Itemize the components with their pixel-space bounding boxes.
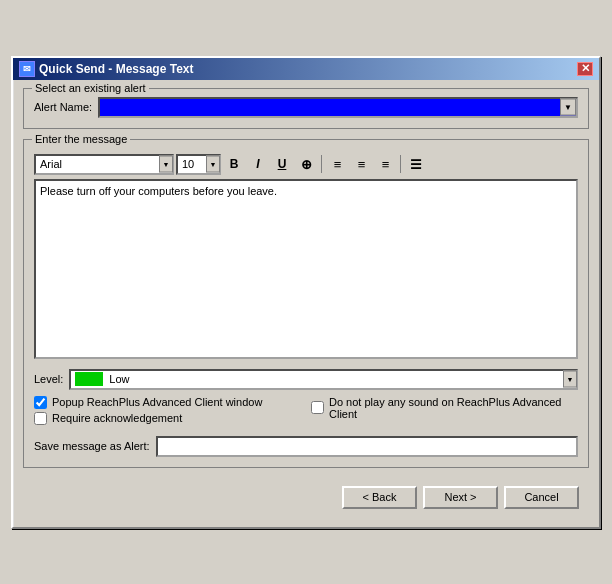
window-body: Select an existing alert Alert Name: ▼ E… [13, 80, 599, 527]
require-ack-label: Require acknowledgement [52, 412, 182, 424]
alert-name-select-wrapper: ▼ [98, 97, 578, 118]
save-alert-input[interactable] [156, 436, 578, 457]
color-button[interactable]: ⊕ [295, 154, 317, 175]
italic-button[interactable]: I [247, 154, 269, 175]
message-group: Enter the message Arial ▼ 10 ▼ [23, 139, 589, 468]
window-title: Quick Send - Message Text [39, 62, 194, 76]
message-toolbar: Arial ▼ 10 ▼ B I U ⊕ [34, 154, 578, 175]
no-sound-label: Do not play any sound on ReachPlus Advan… [329, 396, 578, 420]
message-textarea[interactable]: Please turn off your computers before yo… [34, 179, 578, 359]
next-button[interactable]: Next > [423, 486, 498, 509]
align-left-button[interactable]: ≡ [326, 154, 348, 175]
save-alert-label: Save message as Alert: [34, 440, 150, 452]
list-button[interactable]: ☰ [405, 154, 427, 175]
level-row: Level: Low ▼ [34, 369, 578, 390]
window-icon: ✉ [19, 61, 35, 77]
main-window: ✉ Quick Send - Message Text ✕ Select an … [11, 56, 601, 529]
existing-alert-group: Select an existing alert Alert Name: ▼ [23, 88, 589, 129]
size-select[interactable]: 10 [176, 154, 221, 175]
cancel-button[interactable]: Cancel [504, 486, 579, 509]
align-right-button[interactable]: ≡ [374, 154, 396, 175]
popup-checkbox-label: Popup ReachPlus Advanced Client window [52, 396, 262, 408]
require-ack-checkbox[interactable] [34, 412, 47, 425]
level-select-wrapper: Low ▼ [69, 369, 578, 390]
close-button[interactable]: ✕ [577, 62, 593, 76]
save-alert-row: Save message as Alert: [34, 436, 578, 457]
existing-alert-legend: Select an existing alert [32, 82, 149, 94]
underline-button[interactable]: U [271, 154, 293, 175]
titlebar: ✉ Quick Send - Message Text ✕ [13, 58, 599, 80]
checkboxes-section: Popup ReachPlus Advanced Client window R… [34, 396, 578, 428]
message-legend: Enter the message [32, 133, 130, 145]
align-center-button[interactable]: ≡ [350, 154, 372, 175]
button-row: < Back Next > Cancel [23, 478, 589, 517]
level-select[interactable]: Low [69, 369, 578, 390]
back-button[interactable]: < Back [342, 486, 417, 509]
checkbox1-row: Popup ReachPlus Advanced Client window [34, 396, 301, 409]
size-select-wrapper: 10 ▼ [176, 154, 221, 175]
level-label: Level: [34, 373, 63, 385]
titlebar-title: ✉ Quick Send - Message Text [19, 61, 194, 77]
alert-name-select[interactable] [98, 97, 578, 118]
toolbar-sep1 [321, 155, 322, 173]
popup-checkbox[interactable] [34, 396, 47, 409]
alert-name-label: Alert Name: [34, 101, 92, 113]
toolbar-sep2 [400, 155, 401, 173]
checkbox2-row: Do not play any sound on ReachPlus Advan… [311, 396, 578, 420]
alert-name-row: Alert Name: ▼ [34, 97, 578, 118]
no-sound-checkbox[interactable] [311, 401, 324, 414]
font-select[interactable]: Arial [34, 154, 174, 175]
bold-button[interactable]: B [223, 154, 245, 175]
font-select-wrapper: Arial ▼ [34, 154, 174, 175]
checkbox3-row: Require acknowledgement [34, 412, 301, 425]
